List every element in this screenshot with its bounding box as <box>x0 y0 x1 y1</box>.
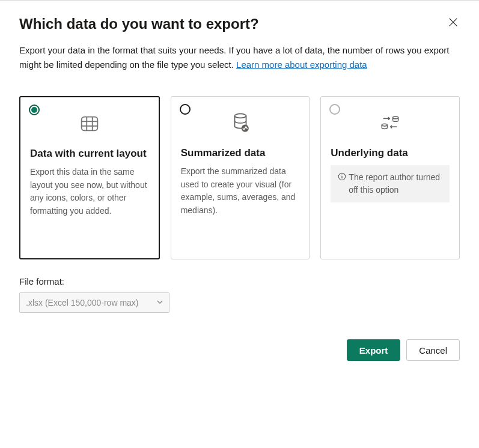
database-chart-icon <box>181 110 300 136</box>
disabled-message-text: The report author turned off this option <box>349 171 442 196</box>
svg-point-12 <box>382 124 387 126</box>
radio-current-layout[interactable] <box>29 104 40 115</box>
export-options: Data with current layout Export this dat… <box>19 96 460 259</box>
option-title: Data with current layout <box>30 148 149 160</box>
description-text: Export your data in the format that suit… <box>19 45 449 70</box>
option-disabled-note: The report author turned off this option <box>331 165 450 202</box>
option-title: Underlying data <box>331 147 450 159</box>
option-title: Summarized data <box>181 147 300 159</box>
option-summarized-data[interactable]: Summarized data Export the summarized da… <box>171 96 310 259</box>
cancel-button[interactable]: Cancel <box>406 339 460 361</box>
svg-point-7 <box>234 114 246 118</box>
info-icon <box>338 171 346 184</box>
export-button[interactable]: Export <box>347 339 401 361</box>
dialog-title: Which data do you want to export? <box>19 16 259 32</box>
dialog-actions: Export Cancel <box>19 339 460 361</box>
svg-point-9 <box>393 117 398 119</box>
file-format-section: File format: .xlsx (Excel 150,000-row ma… <box>19 276 460 313</box>
svg-point-19 <box>342 175 343 175</box>
learn-more-link[interactable]: Learn more about exporting data <box>236 59 367 70</box>
file-format-select[interactable]: .xlsx (Excel 150,000-row max) <box>19 292 169 313</box>
option-description: Export the summarized data used to creat… <box>181 165 300 217</box>
close-icon <box>448 18 459 30</box>
svg-rect-2 <box>82 117 98 131</box>
database-sync-icon <box>331 110 450 136</box>
option-underlying-data: Underlying data The report author turned… <box>320 96 460 259</box>
option-description: Export this data in the same layout you … <box>30 166 149 218</box>
dialog-description: Export your data in the format that suit… <box>19 43 460 72</box>
file-format-label: File format: <box>19 276 460 286</box>
table-layout-icon <box>30 110 149 137</box>
file-format-selected-value: .xlsx (Excel 150,000-row max) <box>26 298 139 307</box>
option-current-layout[interactable]: Data with current layout Export this dat… <box>19 96 160 259</box>
close-button[interactable] <box>447 16 460 31</box>
radio-summarized-data[interactable] <box>180 104 191 115</box>
